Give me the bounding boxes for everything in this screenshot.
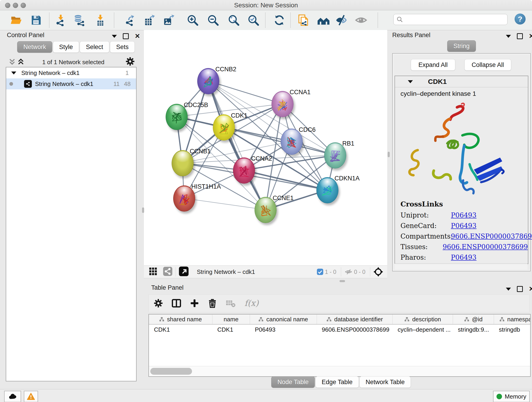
tab-style[interactable]: Style — [53, 41, 79, 53]
export-network-icon[interactable] — [123, 14, 136, 27]
network-view-title: String Network – cdk1 — [197, 268, 255, 275]
tab-sets[interactable]: Sets — [110, 41, 135, 53]
search-input[interactable] — [393, 14, 507, 25]
collapse-all-networks-icon[interactable] — [8, 58, 16, 67]
close-panel-icon[interactable]: ✕ — [529, 287, 532, 291]
column-header-label: description — [412, 316, 441, 323]
crosslink-link[interactable]: P06493 — [451, 254, 476, 261]
node-gloss — [175, 151, 190, 162]
table-cell[interactable]: 9606.ENSP00000378699 — [317, 324, 393, 335]
refresh-icon[interactable] — [273, 14, 286, 27]
zoom-in-icon[interactable] — [186, 14, 199, 27]
columns-icon[interactable] — [172, 298, 181, 308]
import-table-icon[interactable] — [94, 14, 107, 27]
network-collection-row[interactable]: String Network – cdk1 1 — [6, 67, 136, 78]
delete-column-icon[interactable] — [208, 298, 217, 308]
node-label-ccna1: CCNA1 — [290, 89, 311, 96]
crosslink-link[interactable]: 9606.ENSP00000378699 — [451, 232, 532, 240]
memory-button[interactable]: Memory — [493, 391, 530, 402]
table-cell[interactable]: P06493 — [250, 324, 317, 335]
float-panel-icon[interactable] — [506, 35, 511, 38]
maximize-panel-icon[interactable] — [517, 33, 523, 39]
results-scroll-strip[interactable] — [394, 264, 527, 270]
right-splitter-handle[interactable] — [388, 152, 390, 157]
import-network-icon[interactable] — [54, 14, 67, 27]
birdseye-icon[interactable] — [149, 267, 157, 276]
tab-edge-table[interactable]: Edge Table — [316, 376, 359, 388]
crosslink-link[interactable]: P06493 — [451, 211, 476, 219]
node-table[interactable]: shared namenamecanonical namedatabase id… — [148, 314, 531, 377]
selected-checkbox[interactable] — [317, 268, 323, 275]
tab-node-table[interactable]: Node Table — [271, 376, 315, 388]
tab-network-table[interactable]: Network Table — [360, 376, 411, 388]
open-in-window-icon[interactable] — [179, 267, 189, 277]
cloud-icon — [8, 393, 17, 400]
network-row-selected[interactable]: String Network – cdk1 11 48 — [6, 78, 136, 89]
column-header[interactable]: @id — [453, 314, 494, 324]
export-table-icon[interactable] — [143, 14, 156, 27]
gene-expander-icon[interactable] — [408, 80, 413, 83]
node-label-ccna2: CCNA2 — [251, 155, 272, 162]
column-header[interactable]: database identifier — [317, 314, 393, 324]
table-settings-icon[interactable] — [154, 299, 163, 308]
warning-button[interactable] — [24, 391, 38, 402]
selected-counts: 1 - 0 — [325, 269, 336, 275]
network-options-gear-icon[interactable] — [126, 57, 135, 66]
collection-expander-icon[interactable] — [11, 71, 16, 75]
expand-all-networks-icon[interactable] — [17, 58, 25, 67]
maximize-panel-icon[interactable] — [123, 33, 129, 39]
network-merge-icon[interactable] — [317, 14, 330, 27]
help-button[interactable]: ? — [515, 13, 526, 25]
table-cell[interactable]: stringdb:9... — [453, 324, 494, 335]
network-edge[interactable] — [208, 81, 282, 104]
gene-card-header[interactable]: CDK1 — [395, 76, 528, 87]
tab-string[interactable]: String — [447, 40, 476, 52]
clone-network-icon[interactable] — [297, 14, 310, 27]
zoom-out-icon[interactable] — [207, 14, 220, 27]
table-row[interactable]: CDK1CDK1P064939606.ENSP00000378699cyclin… — [149, 324, 531, 335]
zoom-fit-icon[interactable] — [227, 14, 240, 27]
show-hide-icon[interactable] — [335, 14, 348, 27]
network-edge[interactable] — [208, 81, 265, 210]
close-panel-icon[interactable]: ✕ — [135, 34, 140, 38]
column-header[interactable]: name — [212, 314, 250, 324]
share-icon[interactable] — [163, 267, 172, 277]
import-database-icon[interactable] — [73, 14, 86, 27]
function-builder-icon[interactable]: f(x) — [244, 298, 259, 308]
cloud-button[interactable] — [4, 391, 21, 402]
column-header[interactable]: canonical name — [250, 314, 317, 324]
open-file-icon[interactable] — [10, 14, 23, 27]
add-column-icon[interactable] — [190, 299, 199, 308]
maximize-panel-icon[interactable] — [517, 286, 523, 292]
delete-table-icon[interactable] — [226, 299, 236, 308]
table-cell[interactable]: CDK1 — [212, 324, 250, 335]
tab-network[interactable]: Network — [17, 41, 52, 53]
float-panel-icon[interactable] — [506, 288, 511, 291]
tab-select[interactable]: Select — [80, 41, 109, 53]
table-hscrollbar[interactable] — [149, 366, 530, 376]
column-header[interactable]: description — [393, 314, 453, 324]
network-edge[interactable] — [184, 198, 265, 210]
zoom-selected-icon[interactable] — [247, 14, 260, 27]
save-session-icon[interactable] — [30, 14, 43, 27]
network-canvas[interactable]: CCNB2CCNA1CDC25BCDK1CDC6RB1CCNB1CCNA2CDK… — [144, 30, 387, 265]
hidden-eye-icon[interactable] — [344, 268, 353, 275]
crosslink-link[interactable]: P06493 — [451, 222, 476, 230]
close-panel-icon[interactable]: ✕ — [529, 34, 532, 38]
horizontal-splitter-handle[interactable] — [340, 280, 345, 282]
table-hscrollbar-thumb[interactable] — [150, 368, 192, 375]
crosslink-link[interactable]: 9606.ENSP00000378699 — [443, 243, 528, 251]
float-panel-icon[interactable] — [112, 35, 117, 38]
column-header[interactable]: namespac — [494, 314, 531, 324]
collapse-all-button[interactable]: Collapse All — [464, 59, 511, 70]
column-header[interactable]: shared name — [149, 314, 212, 324]
table-cell[interactable]: CDK1 — [149, 324, 212, 335]
export-image-icon[interactable] — [162, 14, 175, 27]
eye-disabled-icon[interactable] — [355, 14, 367, 27]
left-splitter-handle[interactable] — [142, 207, 144, 213]
table-cell[interactable]: cyclin–dependent ... — [393, 324, 453, 335]
table-cell[interactable]: stringdb — [494, 324, 531, 335]
control-panel-window-buttons: ✕ — [112, 33, 140, 39]
expand-all-button[interactable]: Expand All — [411, 59, 455, 70]
crosshair-icon[interactable] — [374, 267, 383, 277]
